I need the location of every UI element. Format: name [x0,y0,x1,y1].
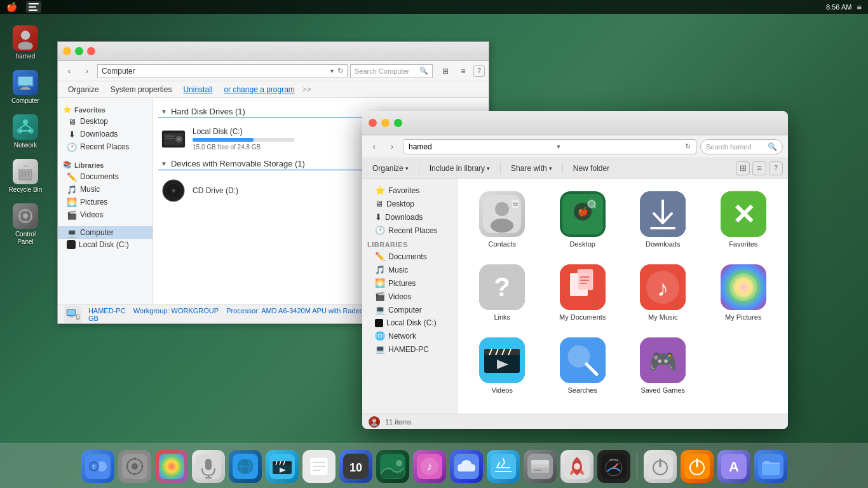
mac-share-with-btn[interactable]: Share with ▾ [506,163,557,174]
mac-view-icon-btn[interactable]: ⊞ [736,161,750,175]
explorer-forward-btn[interactable]: › [79,64,95,79]
mac-address-dropdown-icon[interactable]: ▼ [555,144,561,150]
sidebar-computer[interactable]: 💻 Computer [58,226,153,239]
folder-downloads[interactable]: Downloads [626,186,700,253]
favorites-heading-icon: ⭐ [63,105,72,114]
dock-appstore[interactable] [487,450,520,483]
mac-sidebar-documents[interactable]: ✏️ Documents [365,250,454,263]
desktop-icon-recycle[interactable]: Recycle Bin [3,156,48,197]
folder-favorites[interactable]: ✕ Favorites [707,186,781,253]
desktop-icon-control-panel[interactable]: Control Panel [3,200,48,249]
dock-power[interactable] [644,450,677,483]
dock-notes[interactable] [302,450,336,483]
explorer-close-btn[interactable] [87,47,95,55]
mac-sidebar-downloads[interactable]: ⬇ Downloads [365,210,454,224]
mac-sidebar-pictures[interactable]: 🌅 Pictures [365,276,454,290]
mac-sidebar-desktop[interactable]: 🖥 Desktop [365,197,454,210]
mac-refresh-icon[interactable]: ↻ [685,142,691,151]
svg-rect-107 [159,454,184,479]
searches-label: Searches [568,386,597,394]
folder-saved-games[interactable]: 🎮 Saved Games [626,332,700,399]
explorer-back-btn[interactable]: ‹ [62,64,77,79]
folder-searches[interactable]: Searches [546,332,620,399]
mac-sidebar-recent-places[interactable]: 🕐 Recent Places [365,224,454,237]
dock-rocket[interactable] [560,450,593,483]
dock-quicktime[interactable] [266,450,299,483]
mac-address-text: hamed [409,142,432,151]
mac-sidebar-computer[interactable]: 💻 Computer [365,303,454,316]
folder-my-pictures[interactable]: My Pictures [707,259,781,326]
dock-launchpad[interactable] [155,450,188,483]
system-properties-menu[interactable]: System properties [105,84,177,95]
view-details-btn[interactable]: ≡ [456,64,471,79]
desktop-icon-computer[interactable]: Computer [3,67,48,108]
sidebar-recent-places[interactable]: 🕐 Recent Places [58,140,153,153]
dock-orange-power[interactable] [681,450,714,483]
dock-calendar[interactable]: 10 [339,450,372,483]
mac-organize-btn[interactable]: Organize ▾ [367,163,414,174]
explorer-address-bar[interactable]: Computer ▼ ↻ [97,64,348,78]
dock-folder[interactable] [754,450,787,483]
mac-sidebar-network[interactable]: 🌐 Network [365,329,454,342]
finder-menu-icon[interactable] [26,1,41,13]
dock-finder2[interactable] [376,450,409,483]
mac-include-library-btn[interactable]: Include in library ▾ [424,163,495,174]
explorer-minimize-btn[interactable] [63,47,71,55]
explorer-maximize-btn[interactable] [75,47,83,55]
apple-menu[interactable]: 🍎 [6,2,17,12]
sidebar-pictures[interactable]: 🌅 Pictures [58,196,153,208]
desktop-icon-network[interactable]: Network [3,111,48,152]
mac-view-list-btn[interactable]: ≡ [752,161,766,175]
my-documents-folder-icon [560,264,606,310]
folder-contacts[interactable]: Contacts [465,186,539,253]
new-folder-label: New folder [573,164,609,173]
refresh-icon[interactable]: ↻ [337,67,343,75]
folder-links[interactable]: ? Links [465,259,539,326]
mac-disk-label: Local Disk (C:) [386,318,437,327]
sidebar-videos[interactable]: 🎬 Videos [58,208,153,221]
organize-menu[interactable]: Organize [63,84,104,95]
explorer-search-box[interactable]: Search Computer 🔍 [350,64,433,78]
mac-sidebar-music[interactable]: 🎵 Music [365,263,454,276]
mac-minimize-btn[interactable] [381,119,390,127]
menu-lines-icon[interactable]: ≡ [857,3,862,12]
sidebar-downloads[interactable]: ⬇ Downloads [58,128,153,140]
mac-search-box[interactable]: Search hamed 🔍 [700,139,783,154]
mac-new-folder-btn[interactable]: New folder [568,163,614,174]
mac-sidebar-favorites[interactable]: ⭐ Favorites [365,184,454,197]
address-dropdown-icon[interactable]: ▼ [329,68,335,74]
folder-desktop[interactable]: 🍎 Desktop [546,186,620,253]
folder-my-documents[interactable]: My Documents [546,259,620,326]
contacts-icon [479,191,525,237]
uninstall-menu[interactable]: Uninstall [178,84,217,95]
folder-videos[interactable]: Videos [465,332,539,399]
mac-help-btn[interactable]: ? [769,161,783,175]
mac-back-btn[interactable]: ‹ [367,140,381,154]
dock-appstore2[interactable]: A [717,450,750,483]
dock-finder[interactable]: : : [81,450,114,483]
change-program-menu[interactable]: or change a program [219,84,299,95]
dock-dashboard[interactable]: RPM [597,450,630,483]
folder-my-music[interactable]: ♪ My Music [626,259,700,326]
dock-world[interactable] [229,450,262,483]
mac-address-bar[interactable]: hamed ▼ ↻ [403,139,696,154]
sidebar-desktop[interactable]: 🖥 Desktop [58,115,153,128]
mac-sidebar-hamed-pc[interactable]: 💻 HAMED-PC [365,342,454,356]
desktop-icon-hamed[interactable]: hamed [3,22,48,64]
dock-itunes[interactable]: ♪ [413,450,446,483]
dock-system-prefs[interactable] [118,450,151,483]
sidebar-music[interactable]: 🎵 Music [58,183,153,196]
mac-sidebar-local-disk[interactable]: Local Disk (C:) [365,316,454,329]
sidebar-local-disk[interactable]: Local Disk (C:) [58,239,153,250]
dock-wallet[interactable] [524,450,557,483]
mac-sidebar-videos[interactable]: 🎬 Videos [365,290,454,303]
mac-maximize-btn[interactable] [394,119,402,127]
view-options-btn[interactable]: ⊞ [438,64,453,79]
dock-icloud[interactable] [450,450,483,483]
action-divider-1 [419,163,419,173]
mac-close-btn[interactable] [369,119,377,127]
sidebar-documents[interactable]: ✏️ Documents [58,170,153,183]
help-btn[interactable]: ? [473,65,485,77]
dock-siri[interactable] [192,450,225,483]
mac-forward-btn[interactable]: › [385,140,399,154]
